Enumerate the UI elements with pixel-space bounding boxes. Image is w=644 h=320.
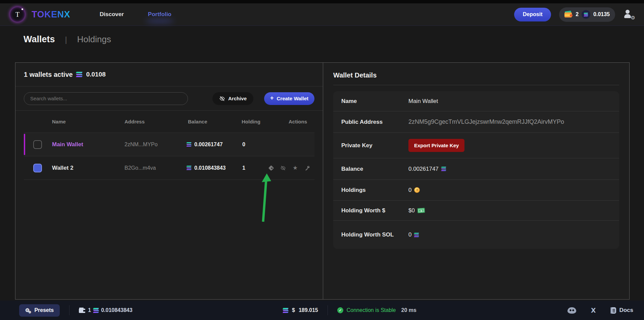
logo-letter: T [15,11,19,18]
wallet-details-panel: Wallet Details Name Main Wallet Public A… [323,63,629,299]
table-row[interactable]: Wallet 2 B2Go...m4va 0.010843843 1 [24,156,314,180]
row-actions: ★ [268,165,319,171]
navbar: T TOKENX Discover Portfolio Deposit 2 0.… [0,3,644,26]
create-wallet-button[interactable]: + Create Wallet [264,92,314,105]
x-twitter-icon[interactable]: X [591,307,596,314]
address-value: 2zNM5g9CgecTmVLGJejzswrMnw2qemRJJfQ2Airv… [408,118,611,125]
col-address: Address [123,119,187,124]
hide-wallet-icon[interactable] [280,165,286,171]
eye-off-icon [219,96,225,102]
gears-icon: ⚙⚙ [25,308,31,313]
tab-separator: | [65,35,67,44]
tab-holdings[interactable]: Holdings [77,34,111,45]
docs-label: Docs [619,307,633,314]
presets-label: Presets [34,307,54,313]
wallet-emoji-icon [564,11,573,18]
presets-button[interactable]: ⚙⚙ Presets [19,304,60,317]
wallets-controls: Archive + Create Wallet [15,87,323,111]
wallet-name[interactable]: Wallet 2 [51,165,123,171]
name-value: Main Wallet [408,98,611,105]
divider [328,305,328,315]
wallet-balance: 0.00261747 [187,142,240,148]
sol-icon [187,142,191,147]
details-divider [333,85,619,85]
table-header: Name Address Balance Holding Actions [24,111,314,133]
row-checkbox[interactable] [33,164,42,172]
sol-icon [584,13,588,16]
worth-sol-number: 0 [408,231,411,238]
detail-row-name: Name Main Wallet [333,91,619,111]
discord-icon[interactable] [567,307,576,314]
latency-value: 20 ms [401,307,416,313]
money-bill-icon [417,208,425,213]
details-title: Wallet Details [333,71,619,79]
nav-discover[interactable]: Discover [100,11,124,18]
detail-row-address: Public Address 2zNM5g9CgecTmVLGJejzswrMn… [333,111,619,133]
sol-icon [283,308,288,313]
worth-usd-value: $0 [408,207,611,214]
col-holding: Holding [240,119,268,124]
favorite-star-icon[interactable]: ★ [292,165,298,171]
details-card: Name Main Wallet Public Address 2zNM5g9C… [333,91,619,249]
check-icon: ✓ [337,307,343,313]
wallet-address: 2zNM...MYPo [123,142,187,148]
export-private-key-button[interactable]: Export Private Key [408,139,464,152]
main-container: 1 wallets active 0.0108 Archive + Create… [15,62,630,300]
plus-icon: + [270,95,274,102]
row-checkbox[interactable] [33,140,42,149]
nav-portfolio[interactable]: Portfolio [148,11,171,18]
detail-row-balance: Balance 0.00261747 [333,158,619,180]
wallet-balance-value: 0.00261747 [194,142,223,148]
tab-wallets[interactable]: Wallets [23,34,55,45]
private-key-label: Private Key [341,141,408,150]
tag-icon[interactable] [268,165,274,171]
statusbar-wallet-count: 1 [88,307,91,313]
wallets-active-text: 1 wallets active [24,71,73,78]
col-balance: Balance [187,119,240,124]
connection-text: Connection is Stable [347,307,396,313]
holdings-value: 0 [408,187,611,194]
wallet-summary-pill[interactable]: 2 0.0135 [559,7,615,22]
brand-title: TOKENX [32,9,70,20]
detail-row-worth-sol: Holding Worth SOL 0 [333,221,619,249]
logo-sparkle [21,8,23,10]
balance-label: Balance [341,165,408,173]
app-logo[interactable]: T [10,7,25,22]
app-root: { "navbar": { "logo_letter": "T", "brand… [0,0,644,320]
detail-row-worth-usd: Holding Worth $ $0 [333,201,619,221]
book-icon [610,307,616,314]
sol-price: $ 189.015 [283,307,318,313]
search-input[interactable] [24,92,188,105]
price-value: 189.015 [299,307,318,313]
status-bar: ⚙⚙ Presets 1 0.010843843 $ 189.015 ✓ Con… [0,301,644,320]
worth-usd-number: $0 [408,207,415,214]
wallets-panel: 1 wallets active 0.0108 Archive + Create… [15,63,323,299]
balance-value: 0.00261747 [408,166,611,172]
wallet-sol-balance: 0.0135 [593,11,610,17]
archive-button[interactable]: Archive [212,92,253,105]
gear-icon: ⚙ [631,15,635,21]
statusbar-center: $ 189.015 ✓ Connection is Stable 20 ms [283,301,416,320]
selected-indicator [24,134,25,155]
wallets-table: Name Address Balance Holding Actions Mai… [15,111,323,180]
sol-icon [76,72,82,77]
coin-icon [414,187,420,193]
wallet-balance: 0.010843843 [187,165,240,171]
balance-number: 0.00261747 [408,166,439,172]
table-row[interactable]: Main Wallet 2zNM...MYPo 0.00261747 0 [24,133,314,156]
wallets-summary: 1 wallets active 0.0108 [15,63,323,87]
worth-sol-value: 0 [408,231,611,238]
annotation-arrow [258,172,275,224]
docs-link[interactable]: Docs [610,307,633,314]
export-key-icon[interactable] [304,165,310,171]
account-settings-icon[interactable]: ⚙ [623,9,634,19]
holdings-number: 0 [408,187,411,194]
wallet-holding: 1 [240,165,268,171]
page-tabs: Wallets | Holdings [23,34,111,45]
col-name: Name [51,119,123,124]
statusbar-links: X Docs [567,301,633,320]
archive-label: Archive [228,96,247,101]
statusbar-wallet-balance: 0.010843843 [101,307,132,313]
deposit-button[interactable]: Deposit [514,8,551,21]
wallet-name[interactable]: Main Wallet [51,141,123,148]
